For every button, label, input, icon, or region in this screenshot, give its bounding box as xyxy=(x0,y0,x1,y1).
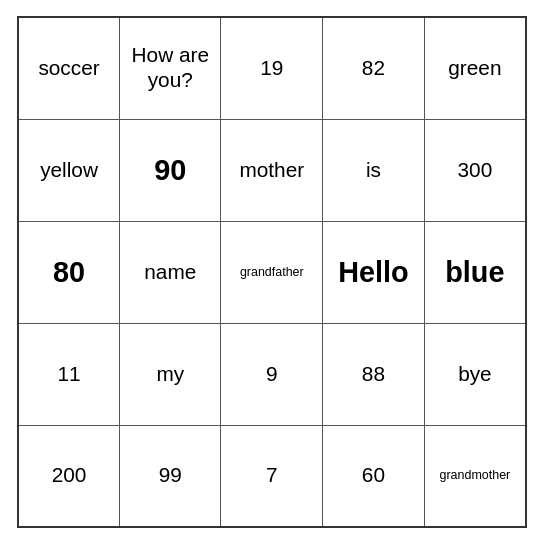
cell-0-0: soccer xyxy=(18,17,120,119)
cell-0-3: 82 xyxy=(323,17,425,119)
cell-3-0: 11 xyxy=(18,323,120,425)
cell-3-2: 9 xyxy=(221,323,323,425)
cell-0-2: 19 xyxy=(221,17,323,119)
cell-0-4: green xyxy=(424,17,526,119)
cell-1-4: 300 xyxy=(424,119,526,221)
bingo-board: soccerHow are you?1982greenyellow90mothe… xyxy=(17,16,527,528)
cell-3-1: my xyxy=(120,323,221,425)
cell-2-0: 80 xyxy=(18,221,120,323)
cell-4-4: grandmother xyxy=(424,425,526,527)
cell-1-2: mother xyxy=(221,119,323,221)
cell-3-4: bye xyxy=(424,323,526,425)
cell-2-2: grandfather xyxy=(221,221,323,323)
cell-0-1: How are you? xyxy=(120,17,221,119)
cell-1-3: is xyxy=(323,119,425,221)
cell-4-2: 7 xyxy=(221,425,323,527)
cell-3-3: 88 xyxy=(323,323,425,425)
cell-4-0: 200 xyxy=(18,425,120,527)
cell-2-1: name xyxy=(120,221,221,323)
cell-1-0: yellow xyxy=(18,119,120,221)
cell-4-3: 60 xyxy=(323,425,425,527)
cell-1-1: 90 xyxy=(120,119,221,221)
cell-2-4: blue xyxy=(424,221,526,323)
cell-2-3: Hello xyxy=(323,221,425,323)
cell-4-1: 99 xyxy=(120,425,221,527)
